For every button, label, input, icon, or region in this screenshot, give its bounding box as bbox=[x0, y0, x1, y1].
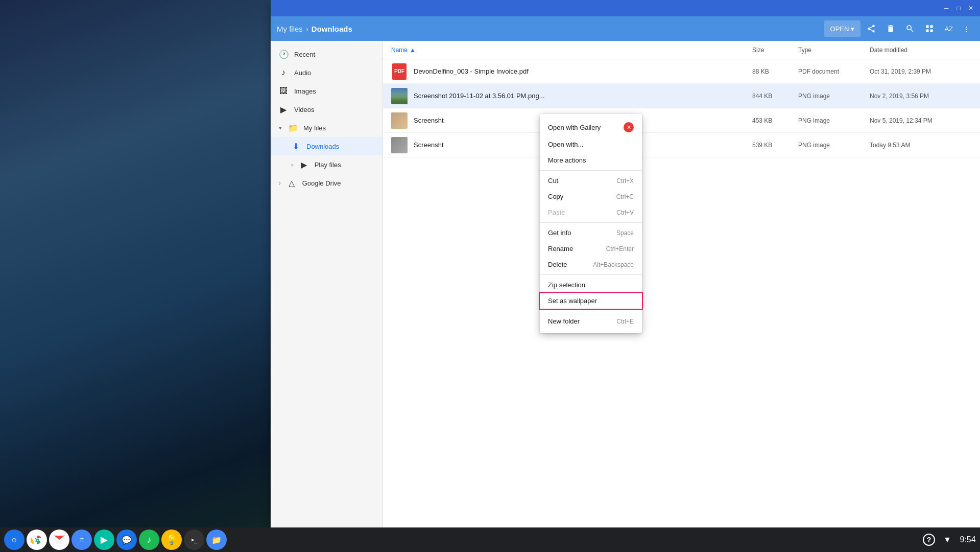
taskbar-help-button[interactable]: ? bbox=[923, 534, 935, 546]
taskbar-app-messages[interactable]: 💬 bbox=[116, 530, 137, 550]
minimize-button[interactable]: ─ bbox=[941, 3, 951, 13]
taskbar-app-chrome[interactable] bbox=[27, 530, 47, 550]
table-row[interactable]: Screenshot 2019-11-02 at 3.56.01 PM.png.… bbox=[383, 84, 980, 108]
col-size-label: Size bbox=[752, 47, 764, 54]
gallery-close-button[interactable]: ✕ bbox=[624, 122, 634, 132]
search-icon bbox=[905, 24, 915, 33]
toolbar-actions: OPEN ▾ bbox=[824, 20, 974, 37]
col-header-type[interactable]: Type bbox=[798, 47, 870, 54]
context-menu-section-file-ops: Get info Space Rename Ctrl+Enter Delete … bbox=[540, 223, 642, 275]
ctx-more-actions[interactable]: More actions bbox=[540, 152, 642, 168]
sidebar-label-images: Images bbox=[294, 87, 316, 95]
col-header-size[interactable]: Size bbox=[752, 47, 798, 54]
play-files-expand-arrow: › bbox=[291, 162, 293, 168]
ctx-new-folder[interactable]: New folder Ctrl+E bbox=[540, 313, 642, 329]
open-button[interactable]: OPEN ▾ bbox=[824, 20, 861, 37]
ctx-wallpaper-label: Set as wallpaper bbox=[548, 297, 634, 305]
ctx-delete-shortcut: Alt+Backspace bbox=[593, 261, 634, 268]
file-thumbnail bbox=[391, 88, 408, 104]
sidebar-item-videos[interactable]: ▶ Videos bbox=[271, 100, 383, 119]
sidebar-item-audio[interactable]: ♪ Audio bbox=[271, 63, 383, 82]
ctx-delete-label: Delete bbox=[548, 261, 593, 268]
file-name: Screensht bbox=[414, 117, 444, 124]
breadcrumb-separator: › bbox=[306, 25, 308, 33]
ctx-set-wallpaper[interactable]: Set as wallpaper bbox=[540, 293, 642, 309]
search-button[interactable] bbox=[901, 20, 919, 37]
taskbar-app-assistant[interactable]: ○ bbox=[4, 530, 25, 550]
taskbar-app-terminal[interactable]: >_ bbox=[184, 530, 204, 550]
sidebar-item-google-drive[interactable]: › △ Google Drive bbox=[271, 174, 383, 192]
downloads-icon: ⬇ bbox=[291, 142, 300, 151]
delete-button[interactable] bbox=[882, 20, 899, 37]
play-files-icon: ▶ bbox=[299, 160, 308, 170]
ctx-delete[interactable]: Delete Alt+Backspace bbox=[540, 257, 642, 272]
file-thumbnail: PDF bbox=[391, 63, 408, 80]
help-icon: ? bbox=[927, 536, 931, 544]
ctx-rename[interactable]: Rename Ctrl+Enter bbox=[540, 241, 642, 257]
share-button[interactable] bbox=[863, 20, 880, 37]
taskbar-app-spotify[interactable]: ♪ bbox=[139, 530, 159, 550]
ctx-open-gallery[interactable]: Open with Gallery ✕ bbox=[540, 118, 642, 136]
context-menu-section-extras: Zip selection Set as wallpaper bbox=[540, 275, 642, 311]
sidebar-item-myfiles[interactable]: ▾ 📁 My files bbox=[271, 119, 383, 137]
taskbar-app-docs[interactable]: ≡ bbox=[71, 530, 92, 550]
taskbar-time[interactable]: 9:54 bbox=[960, 532, 976, 548]
sidebar-item-downloads[interactable]: ⬇ Downloads bbox=[271, 137, 383, 155]
sidebar-label-play-files: Play files bbox=[315, 161, 341, 169]
file-size: 844 KB bbox=[752, 93, 798, 100]
share-icon bbox=[867, 24, 876, 33]
context-menu-section-clipboard: Cut Ctrl+X Copy Ctrl+C Paste Ctrl+V bbox=[540, 171, 642, 223]
ctx-open-with-label: Open with... bbox=[548, 141, 634, 148]
file-thumbnail bbox=[391, 112, 408, 129]
sidebar-item-play-files[interactable]: › ▶ Play files bbox=[271, 155, 383, 174]
col-date-label: Date modified bbox=[870, 47, 907, 54]
sort-label: AZ bbox=[944, 25, 953, 33]
file-date: Nov 5, 2019, 12:34 PM bbox=[870, 117, 972, 124]
taskbar-app-gmail[interactable] bbox=[49, 530, 69, 550]
breadcrumb-current: Downloads bbox=[312, 25, 352, 33]
network-icon: ▼ bbox=[943, 535, 951, 544]
ctx-paste: Paste Ctrl+V bbox=[540, 204, 642, 220]
file-date: Nov 2, 2019, 3:56 PM bbox=[870, 93, 972, 100]
delete-icon bbox=[886, 24, 895, 33]
file-type: PNG image bbox=[798, 93, 870, 100]
col-name-label: Name bbox=[391, 47, 408, 54]
ctx-get-info[interactable]: Get info Space bbox=[540, 225, 642, 241]
taskbar-app-files[interactable]: 📁 bbox=[206, 530, 227, 550]
breadcrumb-root[interactable]: My files bbox=[277, 25, 303, 33]
close-button[interactable]: ✕ bbox=[966, 3, 976, 13]
toolbar: My files › Downloads OPEN ▾ bbox=[271, 16, 980, 41]
sidebar: 🕐 Recent ♪ Audio 🖼 Images ▶ Videos ▾ 📁 M… bbox=[271, 41, 383, 527]
ctx-zip-selection[interactable]: Zip selection bbox=[540, 277, 642, 293]
chrome-icon bbox=[31, 534, 43, 546]
file-thumbnail bbox=[391, 137, 408, 153]
sidebar-item-recent[interactable]: 🕐 Recent bbox=[271, 45, 383, 63]
file-date: Today 9:53 AM bbox=[870, 142, 972, 149]
table-row[interactable]: Screensht 453 KB PNG image Nov 5, 2019, … bbox=[383, 108, 980, 133]
sidebar-item-images[interactable]: 🖼 Images bbox=[271, 82, 383, 100]
table-row[interactable]: Screensht 539 KB PNG image Today 9:53 AM bbox=[383, 133, 980, 157]
col-header-date[interactable]: Date modified bbox=[870, 47, 972, 54]
ctx-copy[interactable]: Copy Ctrl+C bbox=[540, 189, 642, 204]
file-name-cell: Screenshot 2019-11-02 at 3.56.01 PM.png.… bbox=[391, 88, 752, 104]
ctx-open-with[interactable]: Open with... bbox=[540, 136, 642, 152]
ctx-copy-label: Copy bbox=[548, 193, 616, 200]
taskbar-app-keep[interactable]: 💡 bbox=[161, 530, 182, 550]
file-name: Screensht bbox=[414, 141, 444, 149]
gdrive-icon: △ bbox=[287, 178, 296, 188]
sidebar-label-recent: Recent bbox=[294, 51, 315, 58]
ctx-zip-label: Zip selection bbox=[548, 281, 634, 289]
maximize-button[interactable]: □ bbox=[953, 3, 964, 13]
sort-button[interactable]: AZ bbox=[940, 20, 957, 37]
col-header-name[interactable]: Name ▲ bbox=[391, 47, 752, 54]
sidebar-label-myfiles: My files bbox=[303, 124, 326, 132]
col-sort-arrow: ▲ bbox=[410, 47, 416, 54]
ctx-cut[interactable]: Cut Ctrl+X bbox=[540, 173, 642, 189]
more-options-button[interactable]: ⋮ bbox=[959, 20, 974, 37]
table-row[interactable]: PDF DevonDelfino_003 - Simple Invoice.pd… bbox=[383, 59, 980, 84]
taskbar-network-button[interactable]: ▼ bbox=[939, 532, 955, 548]
grid-button[interactable] bbox=[921, 20, 938, 37]
taskbar-app-play[interactable]: ▶ bbox=[94, 530, 114, 550]
pdf-icon: PDF bbox=[392, 63, 407, 80]
taskbar: ○ ≡ ▶ bbox=[0, 527, 980, 552]
